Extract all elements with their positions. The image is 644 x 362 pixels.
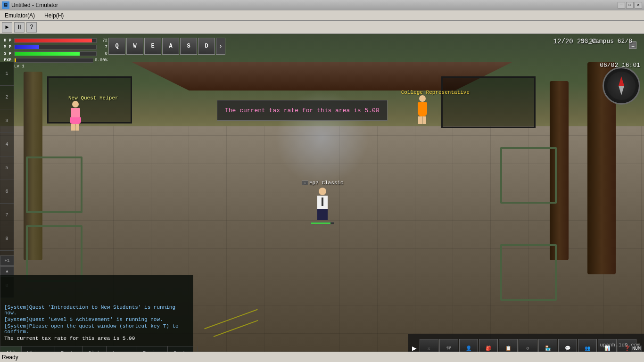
- hp-label: H P: [4, 38, 14, 43]
- mp-bar-fill: [15, 45, 39, 49]
- player-name-icon: ☐: [302, 181, 308, 185]
- hp-row: H P 72: [4, 38, 107, 43]
- left-slot-1[interactable]: 1: [0, 62, 14, 86]
- sp-bar-bg: [14, 51, 97, 56]
- corner-deco-tr: [500, 147, 557, 204]
- menu-bar: Emulator(A) Help(H): [0, 10, 644, 21]
- quest-helper-leg-l: [71, 124, 75, 131]
- corner-deco-bl: [26, 225, 83, 282]
- college-rep-head: [419, 95, 426, 102]
- skill-w[interactable]: W: [126, 38, 143, 55]
- tax-message: The current tax rate for this area is 5.…: [225, 107, 380, 114]
- tax-dialog: The current tax rate for this area is 5.…: [217, 100, 388, 121]
- chat-messages: [System]Quest 'Introduction to New Stude…: [0, 275, 193, 346]
- toolbar-help[interactable]: ?: [26, 22, 37, 33]
- college-rep-label: College Representative: [401, 90, 470, 95]
- mp-value: 7: [98, 45, 107, 49]
- skill-e[interactable]: E: [144, 38, 161, 55]
- status-bar: Ready: [0, 352, 644, 362]
- left-slot-3[interactable]: 3: [0, 109, 14, 133]
- chat-msg-1: [System]Quest 'Introduction to New Stude…: [4, 304, 189, 316]
- skill-bar[interactable]: Q W E A S D ›: [108, 38, 225, 55]
- player-legs: [317, 209, 328, 220]
- exp-bar-fill: [15, 58, 16, 62]
- hp-bar-fill: [15, 39, 92, 42]
- quest-helper-leg-r: [75, 124, 79, 131]
- player-area[interactable]: ☐ Ep7 Classic: [302, 180, 344, 224]
- player-hp-fill: [311, 222, 330, 224]
- left-slot-4[interactable]: 4: [0, 133, 14, 156]
- college-rep-leg-l: [418, 116, 422, 124]
- exp-value: 0.00%: [95, 58, 107, 63]
- compass-inner: [607, 72, 636, 100]
- window-title: Untitled - Emulator: [11, 2, 618, 8]
- quest-helper-sprite[interactable]: [68, 101, 83, 131]
- left-slot-2[interactable]: 2: [0, 86, 14, 109]
- level-row: Lv 1: [4, 64, 107, 69]
- player-leg-l: [317, 209, 322, 220]
- quest-helper-skirt: [70, 117, 81, 124]
- left-slot-6[interactable]: 6: [0, 180, 14, 204]
- quest-helper-head: [72, 101, 79, 107]
- left-slot-5[interactable]: 5: [0, 156, 14, 180]
- college-rep-sprite[interactable]: [415, 95, 429, 124]
- toolbar: ▶ ⏸ ?: [0, 21, 644, 34]
- left-slot-8[interactable]: 8: [0, 227, 14, 251]
- close-button[interactable]: ✕: [635, 2, 642, 8]
- player-hp-bar: [311, 222, 334, 224]
- corner-deco-br: [500, 244, 557, 301]
- mp-label: M P: [4, 45, 14, 49]
- mp-bar-bg: [14, 45, 97, 49]
- num-indicator: NUM: [631, 346, 642, 352]
- exp-row: EXP 0.00%: [4, 58, 107, 63]
- sp-value: 8: [98, 51, 107, 56]
- window-controls[interactable]: ─ ◻ ✕: [618, 2, 642, 8]
- quest-helper-legs: [71, 124, 80, 131]
- player-tie: [322, 197, 323, 206]
- minimap-area: 06/02 16:01: [600, 60, 640, 69]
- map-name: SG_Campus 62/8: [581, 38, 632, 45]
- menu-help[interactable]: Help(H): [41, 11, 66, 20]
- bottom-datetime: 06/02 16:01: [600, 62, 640, 69]
- mp-row: M P 7: [4, 44, 107, 50]
- toolbar-pause[interactable]: ⏸: [14, 22, 25, 33]
- level-text: Lv 1: [14, 64, 25, 69]
- quest-helper-area[interactable]: New Quest Helper: [68, 95, 118, 131]
- player-head: [319, 188, 326, 195]
- skill-q[interactable]: Q: [108, 38, 125, 55]
- quest-helper-body: [71, 108, 80, 117]
- sp-label: S P: [4, 51, 14, 56]
- college-rep-leg-r: [422, 116, 426, 124]
- player-torso: [317, 196, 328, 209]
- minimize-button[interactable]: ─: [618, 2, 625, 8]
- sp-row: S P 8: [4, 51, 107, 57]
- left-slot-7[interactable]: 7: [0, 204, 14, 227]
- skill-arrow[interactable]: ›: [216, 38, 225, 55]
- player-name: Ep7 Classic: [309, 180, 344, 186]
- toolbar-play[interactable]: ▶: [2, 22, 12, 33]
- skill-d[interactable]: D: [198, 38, 215, 55]
- status-text: Ready: [2, 354, 18, 361]
- menu-emulator[interactable]: Emulator(A): [2, 11, 38, 20]
- chat-msg-3: [System]Please open the quest window (sh…: [4, 323, 189, 335]
- skill-a[interactable]: A: [162, 38, 179, 55]
- player-body[interactable]: [313, 188, 332, 221]
- corner-deco-tl: [26, 156, 83, 213]
- player-name-label: ☐ Ep7 Classic: [302, 180, 344, 186]
- left-panel-bottom: F1 ▲: [0, 255, 14, 277]
- game-viewport: H P 72 M P 7 S P 8 EXP: [0, 34, 644, 362]
- sp-bar-fill: [15, 52, 80, 56]
- compass-arrow: [620, 76, 622, 95]
- player-leg-r: [323, 209, 328, 220]
- f1-button[interactable]: F1: [0, 255, 14, 266]
- hud-stats: H P 72 M P 7 S P 8 EXP: [4, 38, 107, 69]
- quest-helper-label: New Quest Helper: [68, 95, 118, 101]
- college-rep-area[interactable]: College Representative: [415, 90, 484, 124]
- chat-panel: [System]Quest 'Introduction to New Stude…: [0, 275, 193, 362]
- skill-s[interactable]: S: [180, 38, 197, 55]
- hp-bar-bg: [14, 38, 97, 43]
- restore-button[interactable]: ◻: [626, 2, 634, 8]
- college-rep-body: [418, 102, 427, 116]
- exp-bar-bg: [14, 58, 93, 63]
- chat-msg-4: The current tax rate for this area is 5.…: [4, 336, 189, 341]
